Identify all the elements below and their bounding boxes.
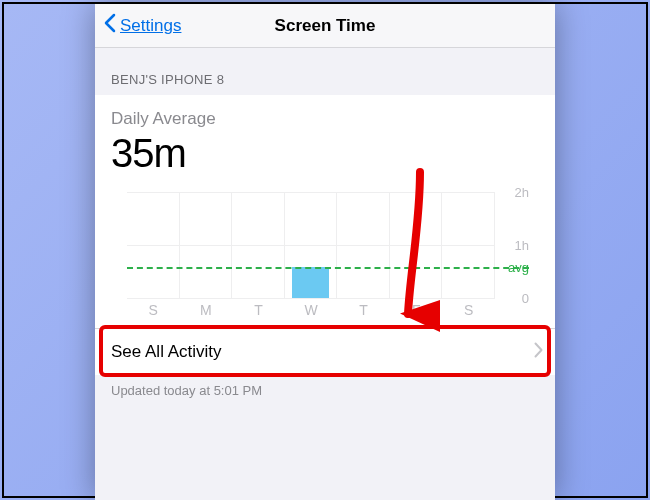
usage-card: Daily Average 35m SMTWTFS 01h2havg See A… bbox=[95, 95, 555, 375]
device-section-header: BENJ'S IPHONE 8 bbox=[95, 48, 555, 95]
back-button[interactable]: Settings bbox=[95, 13, 181, 38]
daily-average-value: 35m bbox=[111, 131, 539, 176]
chart-y-tick: 0 bbox=[522, 291, 529, 306]
chart-avg-line bbox=[127, 267, 529, 269]
chart-x-tick: T bbox=[232, 298, 285, 322]
chart-x-tick: T bbox=[337, 298, 390, 322]
chevron-left-icon bbox=[103, 13, 116, 38]
screen-time-screen: Settings Screen Time BENJ'S IPHONE 8 Dai… bbox=[95, 4, 555, 500]
usage-bar-chart: SMTWTFS 01h2havg bbox=[111, 176, 539, 322]
daily-average-label: Daily Average bbox=[111, 109, 539, 129]
see-all-activity-label: See All Activity bbox=[111, 342, 222, 362]
chart-x-tick: S bbox=[127, 298, 180, 322]
see-all-activity-row[interactable]: See All Activity bbox=[95, 329, 555, 375]
nav-bar: Settings Screen Time bbox=[95, 4, 555, 48]
chevron-right-icon bbox=[534, 342, 543, 362]
chart-x-tick: W bbox=[285, 298, 338, 322]
chart-bar bbox=[292, 267, 328, 298]
chart-x-tick: M bbox=[180, 298, 233, 322]
chart-y-tick: 2h bbox=[515, 185, 529, 200]
back-label: Settings bbox=[120, 16, 181, 36]
chart-x-tick: F bbox=[390, 298, 443, 322]
chart-x-tick: S bbox=[442, 298, 495, 322]
chart-y-tick: 1h bbox=[515, 238, 529, 253]
updated-timestamp: Updated today at 5:01 PM bbox=[95, 375, 555, 406]
